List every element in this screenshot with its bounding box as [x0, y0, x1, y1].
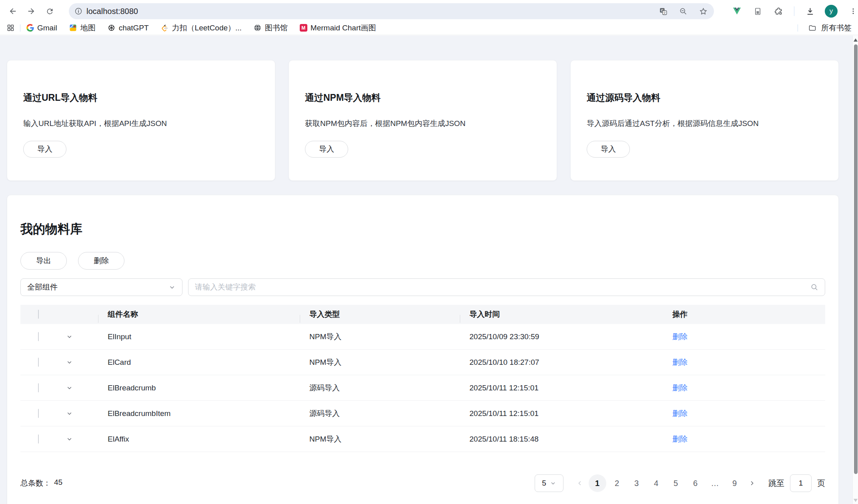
- search-input[interactable]: [195, 283, 810, 292]
- page-number[interactable]: 5: [667, 474, 685, 492]
- profile-avatar[interactable]: y: [825, 5, 838, 18]
- import-cards: 通过URL导入物料 输入URL地址获取API，根据API生成JSON 导入 通过…: [7, 60, 839, 181]
- col-header-action: 操作: [672, 309, 825, 320]
- reload-icon[interactable]: [45, 6, 54, 16]
- cell-import-time: 2025/10/09 23:30:59: [460, 332, 672, 341]
- bookmark-item-library[interactable]: 图书馆: [254, 23, 288, 33]
- row-checkbox[interactable]: [38, 332, 39, 341]
- google-g-icon: [26, 24, 34, 32]
- total-value: 45: [54, 478, 62, 488]
- row-checkbox[interactable]: [38, 434, 39, 444]
- menu-kebab-icon[interactable]: [848, 6, 858, 16]
- svg-text:文: 文: [663, 11, 666, 14]
- zoom-out-icon[interactable]: [678, 6, 688, 16]
- expand-row-icon[interactable]: [66, 436, 98, 442]
- card-title: 通过NPM导入物料: [305, 92, 541, 104]
- row-delete-link[interactable]: 删除: [672, 435, 688, 443]
- jump-unit: 页: [817, 478, 825, 489]
- search-box: [188, 278, 825, 296]
- site-info-icon[interactable]: [74, 7, 82, 15]
- row-delete-link[interactable]: 删除: [672, 409, 688, 418]
- select-all-checkbox[interactable]: [38, 310, 39, 319]
- page-number[interactable]: 6: [687, 474, 704, 492]
- bookmark-star-icon[interactable]: [698, 6, 708, 16]
- card-import-npm: 通过NPM导入物料 获取NPM包内容后，根据NPM包内容生成JSON 导入: [289, 60, 557, 181]
- expand-row-icon[interactable]: [66, 384, 98, 391]
- col-header-name: 组件名称: [98, 309, 300, 320]
- folder-icon: [808, 24, 816, 32]
- cell-import-type: NPM导入: [300, 434, 460, 444]
- table-header: 组件名称 导入类型 导入时间 操作: [20, 305, 825, 324]
- row-delete-link[interactable]: 删除: [672, 332, 688, 341]
- downloads-icon[interactable]: [805, 6, 815, 16]
- pagination: 5 1 2 3 4 5 6 … 9 跳至: [535, 474, 825, 492]
- scroll-up-arrow-icon[interactable]: [854, 38, 858, 42]
- page-number[interactable]: 4: [648, 474, 665, 492]
- cell-import-time: 2025/10/11 12:15:01: [460, 409, 672, 418]
- import-source-button[interactable]: 导入: [587, 141, 630, 158]
- cell-import-type: 源码导入: [300, 408, 460, 419]
- card-import-source: 通过源码导入物料 导入源码后通过AST分析，根据源码信息生成JSON 导入: [570, 60, 839, 181]
- next-page-icon[interactable]: [744, 474, 760, 492]
- reading-list-icon[interactable]: [752, 6, 763, 16]
- row-checkbox[interactable]: [38, 409, 39, 418]
- total-label: 总条数：: [20, 478, 51, 488]
- extensions-icon[interactable]: [773, 6, 784, 16]
- table-footer: 总条数： 45 5 1 2 3 4 5 6 … 9: [20, 474, 825, 492]
- bookmark-item-leetcode[interactable]: 力扣（LeetCode）...: [161, 23, 242, 33]
- translate-icon[interactable]: G文: [658, 6, 668, 16]
- cell-component-name: ElCard: [98, 358, 300, 367]
- col-header-type: 导入类型: [300, 309, 460, 320]
- bookmark-item-maps[interactable]: 地图: [69, 23, 96, 33]
- row-delete-link[interactable]: 删除: [672, 384, 688, 392]
- toolbar-separator: [794, 6, 794, 16]
- page-number[interactable]: 2: [608, 474, 626, 492]
- cell-component-name: ElBreadcrumbItem: [98, 409, 300, 418]
- back-icon[interactable]: [8, 6, 18, 16]
- page-size-value: 5: [542, 479, 546, 488]
- bookmark-item-chatgpt[interactable]: chatGPT: [108, 24, 149, 32]
- cell-component-name: ElAffix: [98, 435, 300, 444]
- component-filter-select[interactable]: 全部组件: [20, 278, 182, 296]
- page-number[interactable]: 3: [628, 474, 646, 492]
- vue-devtools-icon[interactable]: [732, 6, 742, 16]
- import-url-button[interactable]: 导入: [23, 141, 66, 158]
- scroll-down-arrow-icon[interactable]: [854, 499, 858, 502]
- expand-row-icon[interactable]: [66, 333, 98, 340]
- delete-button[interactable]: 删除: [78, 252, 124, 270]
- all-bookmarks-label[interactable]: 所有书签: [821, 23, 852, 33]
- page-ellipsis[interactable]: …: [706, 474, 724, 492]
- table-row: ElInput NPM导入 2025/10/09 23:30:59 删除: [20, 324, 825, 350]
- bookmarks-divider-right: [798, 24, 798, 32]
- prev-page-icon[interactable]: [572, 474, 587, 492]
- table-row: ElCard NPM导入 2025/10/10 18:27:07 删除: [20, 350, 825, 375]
- import-npm-button[interactable]: 导入: [305, 141, 348, 158]
- address-bar[interactable]: localhost:8080 G文: [69, 3, 714, 19]
- cell-component-name: ElInput: [98, 332, 300, 341]
- cell-import-type: NPM导入: [300, 332, 460, 342]
- bookmarks-bar: Gmail 地图 chatGPT 力扣（LeetCode）... 图书馆 M M…: [0, 22, 858, 35]
- export-button[interactable]: 导出: [20, 252, 67, 270]
- chevron-down-icon: [168, 284, 176, 291]
- page-number[interactable]: 1: [589, 474, 606, 492]
- expand-row-icon[interactable]: [66, 359, 98, 366]
- url-text: localhost:8080: [86, 7, 138, 16]
- page-size-select[interactable]: 5: [535, 474, 563, 492]
- scrollbar-thumb[interactable]: [854, 44, 858, 474]
- forward-icon[interactable]: [26, 6, 36, 16]
- apps-grid-icon[interactable]: [6, 24, 15, 32]
- openai-icon: [108, 24, 116, 32]
- row-checkbox[interactable]: [38, 383, 39, 392]
- page-number[interactable]: 9: [726, 474, 744, 492]
- materials-table: 组件名称 导入类型 导入时间 操作 ElInput NPM导入 2025/10/…: [20, 305, 825, 452]
- search-icon[interactable]: [810, 283, 818, 291]
- jump-page-input[interactable]: [790, 474, 812, 492]
- row-delete-link[interactable]: 删除: [672, 358, 688, 366]
- bookmark-item-mermaid[interactable]: M Mermaid Chart画图: [300, 23, 376, 33]
- row-checkbox[interactable]: [38, 358, 39, 367]
- bookmark-item-gmail[interactable]: Gmail: [26, 24, 57, 32]
- expand-row-icon[interactable]: [66, 410, 98, 417]
- page-scrollbar: [852, 36, 858, 504]
- mermaid-icon: M: [300, 24, 307, 32]
- card-title: 通过源码导入物料: [587, 92, 822, 104]
